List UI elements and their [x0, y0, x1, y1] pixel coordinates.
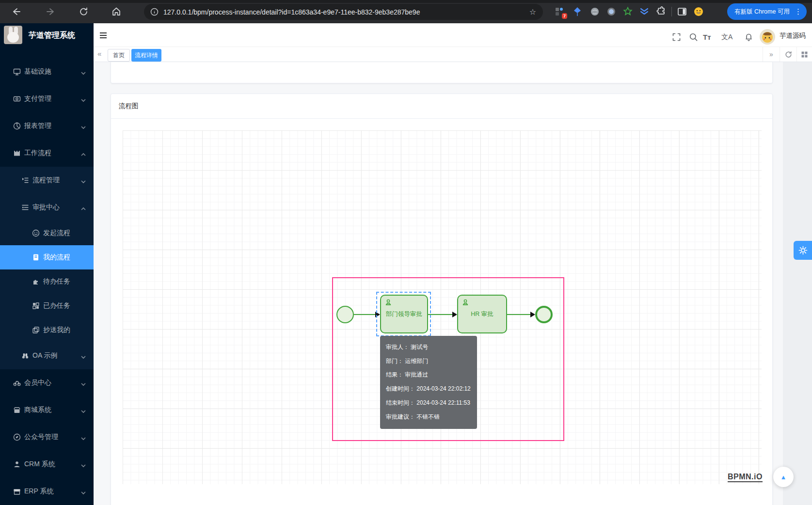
language-icon[interactable]: 文A: [721, 32, 732, 42]
extension-icon-5[interactable]: [622, 6, 633, 17]
browser-tab-strip: [0, 0, 812, 3]
site-info-icon[interactable]: [150, 8, 159, 16]
extensions-puzzle-icon[interactable]: [656, 6, 667, 17]
extension-icon-3[interactable]: [589, 6, 600, 17]
bpmn-end-event[interactable]: [535, 306, 553, 323]
bpmn-task-hr[interactable]: HR 审批: [457, 295, 507, 333]
sidebar-item-report[interactable]: 报表管理: [0, 112, 94, 140]
tooltip-line-create-time: 创建时间： 2024-03-24 22:02:12: [386, 382, 471, 396]
previous-card-bottom: [111, 62, 773, 83]
pie-chart-icon: [13, 122, 21, 130]
search-icon[interactable]: [689, 32, 698, 42]
sequence-flow: [507, 314, 531, 315]
store-icon: [13, 488, 21, 495]
flow-diagram-card: 流程图 部门领导审批 HR 审批: [111, 94, 773, 505]
tab-process-detail[interactable]: 流程详情: [131, 49, 161, 62]
chevron-down-icon: [81, 380, 86, 385]
selection-outline: [376, 292, 431, 336]
scroll-gutter[interactable]: [783, 62, 812, 505]
toolbar-separator: [671, 7, 672, 16]
sidebar-item-infrastructure[interactable]: 基础设施: [0, 58, 94, 85]
sidebar-item-official-account[interactable]: 公众号管理: [0, 424, 94, 451]
browser-home-icon[interactable]: [111, 7, 121, 16]
bookmark-star-icon[interactable]: ☆: [529, 7, 536, 16]
chevron-down-icon: [81, 462, 86, 467]
browser-reload-icon[interactable]: [79, 7, 89, 16]
font-size-icon[interactable]: Tт: [703, 32, 711, 42]
sidebar-item-done-tasks[interactable]: 已办任务: [0, 294, 94, 318]
tab-home[interactable]: 首页: [108, 49, 130, 62]
sidebar-item-erp-system[interactable]: ERP 系统: [0, 478, 94, 505]
address-bar[interactable]: 127.0.0.1/bpm/process-instance/detail?id…: [144, 4, 543, 20]
gear-icon: [798, 246, 808, 255]
sidebar-item-payment[interactable]: 支付管理: [0, 85, 94, 112]
sidebar-item-start-process[interactable]: 发起流程: [0, 221, 94, 245]
chevron-down-icon: [81, 124, 86, 128]
extension-icon-2[interactable]: [572, 6, 583, 17]
sidebar-item-my-process[interactable]: 我的流程: [0, 245, 94, 269]
chrome-update-chip[interactable]: 有新版 Chrome 可用 ⋮: [727, 3, 807, 20]
app-logo[interactable]: [4, 26, 22, 44]
screen: 127.0.0.1/bpm/process-instance/detail?id…: [0, 0, 812, 505]
chevron-down-icon: [81, 69, 86, 74]
tooltip-line-department: 部门： 运维部门: [386, 354, 471, 368]
chrome-update-label: 有新版 Chrome 可用: [734, 8, 790, 16]
card-title: 流程图: [111, 94, 772, 119]
browser-back-icon[interactable]: [11, 7, 21, 16]
tabs-scroll-left-icon[interactable]: «: [97, 49, 101, 58]
grid-squares-icon: [32, 302, 40, 310]
browser-menu-icon[interactable]: ⋮: [795, 7, 802, 16]
sidebar-item-process-management[interactable]: 流程管理: [0, 167, 94, 194]
profile-avatar-icon[interactable]: [693, 6, 704, 17]
tab-refresh-icon[interactable]: [780, 47, 796, 62]
workflow-icon: [13, 149, 21, 157]
sequence-flow: [354, 314, 376, 315]
username[interactable]: 芋道源码: [780, 32, 806, 40]
chevron-down-icon: [81, 435, 86, 440]
extension-icon-4[interactable]: [606, 6, 617, 17]
list-indent-icon: [21, 176, 29, 184]
sequence-flow: [428, 314, 453, 315]
workflow-submenu: 流程管理 审批中心 发起流程 我的流程 待办: [0, 167, 94, 369]
chevron-down-icon: [81, 178, 86, 183]
tooltip-line-end-time: 结束时间： 2024-03-24 22:11:53: [386, 396, 471, 410]
binoculars-icon: [21, 352, 29, 360]
back-to-top-button[interactable]: ▲: [773, 467, 794, 487]
sidebar-item-approval-center[interactable]: 审批中心: [0, 194, 94, 221]
arrowhead-icon: [530, 312, 535, 317]
sidebar-item-cc-me[interactable]: 抄送我的: [0, 318, 94, 342]
fullscreen-icon[interactable]: [672, 32, 681, 42]
bpmn-canvas[interactable]: 部门领导审批 HR 审批 审批人： 测试号 部门： 运维部门 结果： 审批通过 …: [123, 130, 762, 484]
sidebar-item-todo-tasks[interactable]: 待办任务: [0, 269, 94, 294]
sidebar-item-workflow[interactable]: 工作流程: [0, 140, 94, 167]
sidebar-item-mall-system[interactable]: 商城系统: [0, 396, 94, 424]
sidebar-item-oa-example[interactable]: OA 示例: [0, 342, 94, 369]
extension-icon-6[interactable]: [639, 6, 650, 17]
copy-icon: [32, 326, 40, 334]
sidebar-item-crm-system[interactable]: CRM 系统: [0, 451, 94, 478]
tabs-more-icon[interactable]: »: [763, 47, 780, 62]
notification-bell-icon[interactable]: [744, 32, 753, 42]
arrowhead-icon: [452, 312, 457, 317]
extension-badge: 7: [562, 13, 567, 19]
chevron-down-icon: [81, 408, 86, 412]
payment-icon: [13, 95, 21, 103]
extension-icon-1[interactable]: 7: [554, 6, 565, 17]
bpmn-io-watermark[interactable]: BPMN.iO: [728, 472, 763, 482]
tooltip-line-comment: 审批建议： 不错不错: [386, 410, 471, 424]
sidebar-menu: 基础设施 支付管理 报表管理 工作流程 流程管理: [0, 58, 94, 505]
compass-icon: [13, 433, 21, 441]
bpmn-start-event[interactable]: [336, 306, 354, 323]
layout-grid-icon[interactable]: [796, 47, 812, 62]
chevron-down-icon: [81, 353, 86, 358]
user-avatar[interactable]: [759, 29, 776, 45]
sidebar-item-member-center[interactable]: 会员中心: [0, 369, 94, 396]
side-panel-icon[interactable]: [677, 6, 687, 17]
settings-gear-button[interactable]: [794, 241, 812, 260]
url-text[interactable]: 127.0.0.1/bpm/process-instance/detail?id…: [163, 8, 529, 16]
chevron-down-icon: [81, 489, 86, 494]
browser-forward-icon[interactable]: [46, 7, 56, 16]
menu-collapse-icon[interactable]: [98, 31, 108, 40]
page-tabs-bar: « 首页 流程详情 »: [94, 47, 812, 62]
main-content: 流程图 部门领导审批 HR 审批: [94, 62, 812, 505]
